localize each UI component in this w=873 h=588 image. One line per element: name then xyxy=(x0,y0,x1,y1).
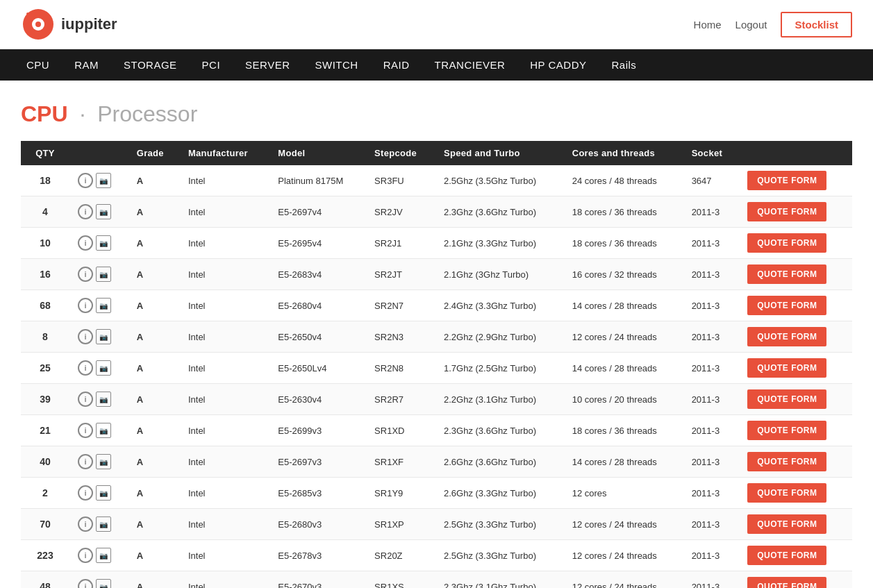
quote-cell: QUOTE FORM xyxy=(739,290,852,321)
image-icon[interactable]: 📷 xyxy=(96,329,111,344)
navbar-item-switch[interactable]: SWITCH xyxy=(303,49,371,81)
info-icon[interactable]: i xyxy=(78,392,93,407)
info-icon[interactable]: i xyxy=(78,423,93,438)
logo: iuppiter xyxy=(21,7,117,42)
navbar-item-ram[interactable]: RAM xyxy=(62,49,111,81)
quote-form-button[interactable]: QUOTE FORM xyxy=(747,483,826,503)
image-icon[interactable]: 📷 xyxy=(96,485,111,501)
stepcode-cell: SR2N7 xyxy=(366,290,435,321)
manufacturer-cell: Intel xyxy=(180,509,269,540)
cores-cell: 12 cores / 24 threads xyxy=(564,321,683,353)
table-row: 40 i 📷 A Intel E5-2697v3 SR1XF 2.6Ghz (3… xyxy=(21,446,852,478)
page-content: CPU · Processor QTY Grade Manufacturer M… xyxy=(0,81,873,588)
quote-form-button[interactable]: QUOTE FORM xyxy=(747,264,826,284)
quote-form-button[interactable]: QUOTE FORM xyxy=(747,233,826,253)
cores-cell: 24 cores / 48 threads xyxy=(564,165,683,196)
info-icon[interactable]: i xyxy=(78,516,93,532)
quote-form-button[interactable]: QUOTE FORM xyxy=(747,202,826,221)
navbar-item-pci[interactable]: PCI xyxy=(190,49,233,81)
image-icon[interactable]: 📷 xyxy=(96,516,111,532)
th-cores: Cores and threads xyxy=(564,141,683,165)
qty-cell: 40 xyxy=(21,446,69,478)
navbar-item-raid[interactable]: RAID xyxy=(371,49,422,81)
grade-cell: A xyxy=(128,290,180,321)
quote-cell: QUOTE FORM xyxy=(739,165,852,196)
navbar-item-cpu[interactable]: CPU xyxy=(14,49,62,81)
stepcode-cell: SR2J1 xyxy=(366,228,435,259)
info-icon[interactable]: i xyxy=(78,329,93,344)
image-icon[interactable]: 📷 xyxy=(96,360,111,376)
quote-form-button[interactable]: QUOTE FORM xyxy=(747,171,826,190)
stocklist-button[interactable]: Stocklist xyxy=(781,12,852,37)
quote-cell: QUOTE FORM xyxy=(739,259,852,290)
speed-cell: 2.3Ghz (3.6Ghz Turbo) xyxy=(435,415,564,446)
info-icon[interactable]: i xyxy=(78,204,93,219)
socket-cell: 2011-3 xyxy=(683,228,740,259)
th-icons xyxy=(69,141,128,165)
speed-cell: 2.5Ghz (3.3Ghz Turbo) xyxy=(435,540,564,571)
navbar-item-server[interactable]: SERVER xyxy=(233,49,302,81)
info-icon[interactable]: i xyxy=(78,235,93,251)
th-socket: Socket xyxy=(683,141,740,165)
model-cell: E5-2683v4 xyxy=(269,259,366,290)
info-icon[interactable]: i xyxy=(78,173,93,188)
quote-form-button[interactable]: QUOTE FORM xyxy=(747,514,826,534)
quote-form-button[interactable]: QUOTE FORM xyxy=(747,358,826,378)
image-icon[interactable]: 📷 xyxy=(96,204,111,219)
info-icon[interactable]: i xyxy=(78,548,93,563)
image-icon[interactable]: 📷 xyxy=(96,579,111,588)
icons-cell: i 📷 xyxy=(69,509,128,540)
image-icon[interactable]: 📷 xyxy=(96,423,111,438)
image-icon[interactable]: 📷 xyxy=(96,173,111,188)
speed-cell: 2.6Ghz (3.3Ghz Turbo) xyxy=(435,478,564,509)
quote-form-button[interactable]: QUOTE FORM xyxy=(747,389,826,409)
icons-cell: i 📷 xyxy=(69,415,128,446)
navbar-item-storage[interactable]: STORAGE xyxy=(111,49,190,81)
info-icon[interactable]: i xyxy=(78,360,93,376)
speed-cell: 2.3Ghz (3.1Ghz Turbo) xyxy=(435,571,564,589)
manufacturer-cell: Intel xyxy=(180,446,269,478)
model-cell: Platinum 8175M xyxy=(269,165,366,196)
quote-form-button[interactable]: QUOTE FORM xyxy=(747,296,826,315)
info-icon[interactable]: i xyxy=(78,485,93,501)
image-icon[interactable]: 📷 xyxy=(96,392,111,407)
image-icon[interactable]: 📷 xyxy=(96,298,111,313)
table-row: 10 i 📷 A Intel E5-2695v4 SR2J1 2.1Ghz (3… xyxy=(21,228,852,259)
quote-form-button[interactable]: QUOTE FORM xyxy=(747,452,826,471)
navbar-item-tranciever[interactable]: TRANCIEVER xyxy=(422,49,518,81)
table-row: 8 i 📷 A Intel E5-2650v4 SR2N3 2.2Ghz (2.… xyxy=(21,321,852,353)
manufacturer-cell: Intel xyxy=(180,165,269,196)
info-icon[interactable]: i xyxy=(78,267,93,282)
speed-cell: 2.6Ghz (3.6Ghz Turbo) xyxy=(435,446,564,478)
cores-cell: 14 cores / 28 threads xyxy=(564,290,683,321)
qty-cell: 223 xyxy=(21,540,69,571)
icons-cell: i 📷 xyxy=(69,446,128,478)
qty-cell: 16 xyxy=(21,259,69,290)
quote-form-button[interactable]: QUOTE FORM xyxy=(747,421,826,440)
socket-cell: 2011-3 xyxy=(683,540,740,571)
model-cell: E5-2697v4 xyxy=(269,196,366,228)
quote-form-button[interactable]: QUOTE FORM xyxy=(747,577,826,588)
quote-form-button[interactable]: QUOTE FORM xyxy=(747,327,826,346)
icons-cell: i 📷 xyxy=(69,540,128,571)
quote-cell: QUOTE FORM xyxy=(739,446,852,478)
info-icon[interactable]: i xyxy=(78,298,93,313)
manufacturer-cell: Intel xyxy=(180,321,269,353)
navbar-item-rails[interactable]: Rails xyxy=(599,49,649,81)
info-icon[interactable]: i xyxy=(78,579,93,588)
image-icon[interactable]: 📷 xyxy=(96,548,111,563)
th-model: Model xyxy=(269,141,366,165)
stepcode-cell: SR1XP xyxy=(366,509,435,540)
logout-link[interactable]: Logout xyxy=(735,19,767,31)
home-link[interactable]: Home xyxy=(694,19,722,31)
speed-cell: 2.1Ghz (3.3Ghz Turbo) xyxy=(435,228,564,259)
cores-cell: 18 cores / 36 threads xyxy=(564,228,683,259)
navbar-item-hp caddy[interactable]: HP CADDY xyxy=(517,49,599,81)
qty-cell: 68 xyxy=(21,290,69,321)
image-icon[interactable]: 📷 xyxy=(96,267,111,282)
quote-form-button[interactable]: QUOTE FORM xyxy=(747,546,826,565)
info-icon[interactable]: i xyxy=(78,454,93,469)
image-icon[interactable]: 📷 xyxy=(96,235,111,251)
cores-cell: 14 cores / 28 threads xyxy=(564,353,683,384)
image-icon[interactable]: 📷 xyxy=(96,454,111,469)
